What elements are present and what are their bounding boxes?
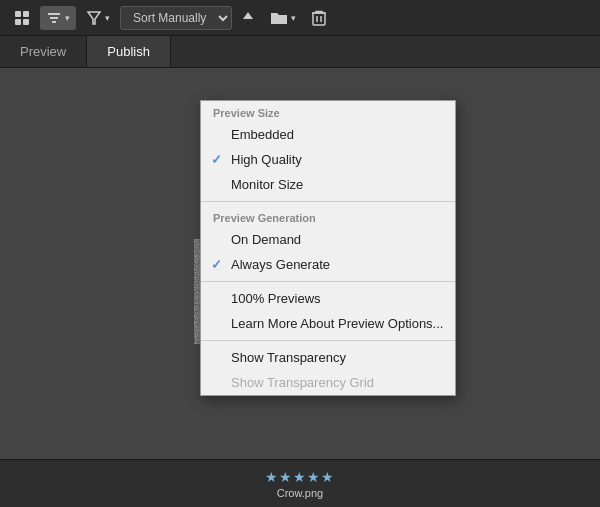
delete-button[interactable]	[306, 6, 332, 30]
tab-publish[interactable]: Publish	[87, 36, 171, 67]
menu-item-show-transparency-grid[interactable]: Show Transparency Grid	[201, 370, 455, 395]
grid-view-button[interactable]	[8, 6, 36, 30]
chevron-down3-icon: ▾	[291, 13, 296, 23]
preview-size-header: Preview Size	[201, 101, 455, 122]
svg-rect-3	[23, 19, 29, 25]
menu-divider-3	[201, 340, 455, 341]
star-rating[interactable]: ★★★★★	[265, 469, 335, 485]
svg-rect-2	[15, 19, 21, 25]
sort-asc-button[interactable]	[236, 6, 260, 30]
filter-dropdown-button[interactable]: ▾	[40, 6, 76, 30]
tab-bar: Preview Publish	[0, 36, 600, 68]
menu-item-embedded[interactable]: Embedded	[201, 122, 455, 147]
menu-item-learn-more[interactable]: Learn More About Preview Options...	[201, 311, 455, 336]
menu-item-high-quality[interactable]: High Quality	[201, 147, 455, 172]
chevron-down-icon: ▾	[65, 13, 70, 23]
menu-item-always-generate[interactable]: Always Generate	[201, 252, 455, 277]
tab-preview[interactable]: Preview	[0, 36, 87, 67]
svg-marker-8	[243, 12, 253, 19]
menu-divider-2	[201, 281, 455, 282]
sort-select[interactable]: Sort Manually	[120, 6, 232, 30]
svg-rect-9	[313, 13, 325, 25]
main-content: Preview Size Embedded High Quality Monit…	[0, 68, 600, 459]
menu-item-100-previews[interactable]: 100% Previews	[201, 286, 455, 311]
menu-item-on-demand[interactable]: On Demand	[201, 227, 455, 252]
filename-label: Crow.png	[277, 487, 323, 499]
preview-generation-header: Preview Generation	[201, 206, 455, 227]
preview-dropdown-menu: Preview Size Embedded High Quality Monit…	[200, 100, 456, 396]
svg-rect-0	[15, 11, 21, 17]
chevron-down2-icon: ▾	[105, 13, 110, 23]
filter2-dropdown-button[interactable]: ▾	[80, 6, 116, 30]
svg-rect-1	[23, 11, 29, 17]
menu-item-monitor-size[interactable]: Monitor Size	[201, 172, 455, 197]
svg-marker-7	[88, 12, 100, 24]
toolbar: ▾ ▾ Sort Manually ▾	[0, 0, 600, 36]
bottom-bar: ★★★★★ Crow.png	[0, 459, 600, 507]
folder-button[interactable]: ▾	[264, 6, 302, 30]
menu-divider-1	[201, 201, 455, 202]
menu-item-show-transparency[interactable]: Show Transparency	[201, 345, 455, 370]
